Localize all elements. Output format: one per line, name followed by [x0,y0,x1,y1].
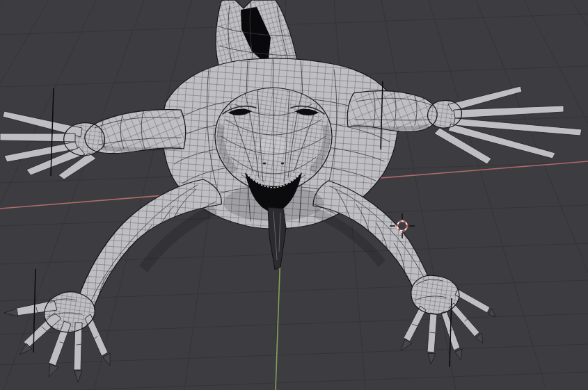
viewport-canvas[interactable] [0,0,588,390]
right-nostril [281,162,285,164]
3d-viewport[interactable] [0,0,588,390]
left-nostril [263,162,267,164]
